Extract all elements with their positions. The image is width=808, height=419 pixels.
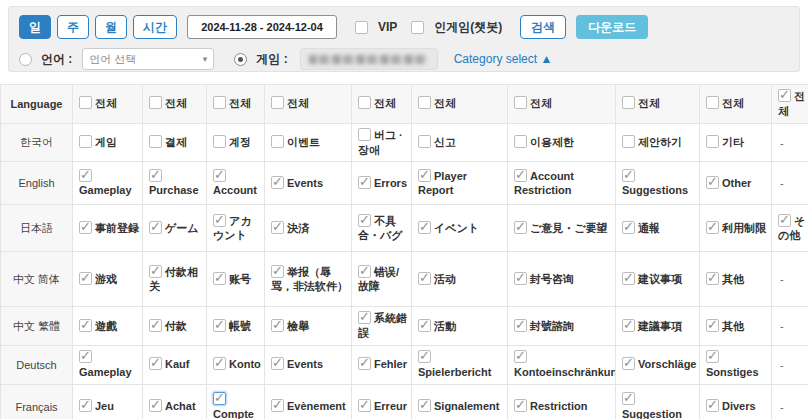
vip-checkbox[interactable]: [355, 21, 368, 34]
category-checkbox[interactable]: [79, 135, 92, 148]
category-checkbox[interactable]: [213, 214, 226, 227]
language-select-value: 언어 선택: [89, 52, 136, 67]
category-checkbox[interactable]: [271, 399, 284, 412]
category-checkbox[interactable]: [706, 96, 719, 109]
category-checkbox[interactable]: [514, 221, 527, 234]
category-checkbox[interactable]: [706, 272, 719, 285]
category-checkbox[interactable]: [79, 350, 92, 363]
category-checkbox[interactable]: [418, 135, 431, 148]
category-checkbox[interactable]: [706, 319, 719, 332]
empty-cell: -: [772, 307, 808, 346]
category-label: Divers: [722, 400, 756, 412]
category-checkbox[interactable]: [622, 96, 635, 109]
category-select-link[interactable]: Category select ▲: [454, 52, 553, 66]
language-radio[interactable]: [19, 53, 32, 66]
category-checkbox[interactable]: [213, 169, 226, 182]
category-checkbox[interactable]: [514, 135, 527, 148]
category-checkbox[interactable]: [622, 392, 635, 405]
category-checkbox[interactable]: [271, 357, 284, 370]
category-checkbox[interactable]: [79, 96, 92, 109]
category-checkbox[interactable]: [706, 176, 719, 189]
empty-cell: -: [772, 123, 808, 162]
period-button-month[interactable]: 월: [95, 15, 127, 39]
select-all-label: 전체: [638, 97, 660, 109]
category-checkbox[interactable]: [418, 96, 431, 109]
search-button[interactable]: 검색: [520, 15, 566, 39]
category-label: 遊戲: [95, 320, 117, 332]
category-checkbox[interactable]: [622, 319, 635, 332]
category-checkbox[interactable]: [213, 96, 226, 109]
category-checkbox[interactable]: [778, 89, 791, 102]
category-checkbox[interactable]: [358, 265, 371, 278]
category-checkbox[interactable]: [149, 319, 162, 332]
period-button-hour[interactable]: 시간: [133, 15, 177, 39]
ingame-chatbot-checkbox[interactable]: [411, 21, 424, 34]
category-checkbox[interactable]: [271, 221, 284, 234]
game-name-field[interactable]: [300, 48, 438, 70]
category-checkbox[interactable]: [149, 96, 162, 109]
category-checkbox[interactable]: [149, 399, 162, 412]
category-checkbox[interactable]: [358, 96, 371, 109]
category-checkbox[interactable]: [622, 135, 635, 148]
category-checkbox[interactable]: [418, 272, 431, 285]
category-checkbox[interactable]: [358, 357, 371, 370]
category-label: Account: [213, 184, 257, 196]
period-button-week[interactable]: 주: [57, 15, 89, 39]
category-checkbox[interactable]: [213, 272, 226, 285]
category-checkbox[interactable]: [706, 135, 719, 148]
category-checkbox[interactable]: [622, 169, 635, 182]
category-checkbox[interactable]: [358, 311, 371, 324]
category-checkbox[interactable]: [271, 265, 284, 278]
category-checkbox[interactable]: [213, 392, 226, 405]
category-checkbox[interactable]: [706, 399, 719, 412]
category-label: Events: [287, 358, 323, 370]
category-checkbox[interactable]: [622, 357, 635, 370]
category-checkbox[interactable]: [149, 357, 162, 370]
category-checkbox[interactable]: [418, 221, 431, 234]
category-checkbox[interactable]: [706, 221, 719, 234]
category-checkbox[interactable]: [271, 176, 284, 189]
category-checkbox[interactable]: [778, 214, 791, 227]
category-checkbox[interactable]: [358, 214, 371, 227]
category-checkbox[interactable]: [514, 169, 527, 182]
category-checkbox[interactable]: [79, 399, 92, 412]
category-checkbox[interactable]: [622, 221, 635, 234]
category-checkbox[interactable]: [79, 272, 92, 285]
game-radio[interactable]: [234, 53, 247, 66]
category-checkbox[interactable]: [514, 272, 527, 285]
category-checkbox[interactable]: [79, 221, 92, 234]
date-range-input[interactable]: [187, 15, 337, 39]
category-checkbox[interactable]: [622, 272, 635, 285]
category-cell: Other: [700, 162, 772, 205]
category-checkbox[interactable]: [514, 96, 527, 109]
category-cell: Konto: [207, 346, 265, 385]
category-checkbox[interactable]: [358, 399, 371, 412]
category-cell: Events: [265, 346, 352, 385]
category-checkbox[interactable]: [514, 350, 527, 363]
category-checkbox[interactable]: [149, 265, 162, 278]
category-cell: 帳號: [207, 307, 265, 346]
category-checkbox[interactable]: [418, 169, 431, 182]
category-checkbox[interactable]: [418, 319, 431, 332]
category-checkbox[interactable]: [149, 135, 162, 148]
category-checkbox[interactable]: [418, 399, 431, 412]
category-checkbox[interactable]: [149, 169, 162, 182]
language-select[interactable]: 언어 선택 ▾: [82, 48, 214, 70]
category-checkbox[interactable]: [514, 319, 527, 332]
category-checkbox[interactable]: [418, 350, 431, 363]
category-checkbox[interactable]: [271, 319, 284, 332]
category-checkbox[interactable]: [213, 319, 226, 332]
category-checkbox[interactable]: [213, 135, 226, 148]
category-checkbox[interactable]: [271, 135, 284, 148]
download-button[interactable]: 다운로드: [576, 15, 648, 39]
period-button-day[interactable]: 일: [19, 15, 51, 39]
category-checkbox[interactable]: [358, 176, 371, 189]
category-checkbox[interactable]: [79, 319, 92, 332]
category-checkbox[interactable]: [358, 128, 371, 141]
category-checkbox[interactable]: [271, 96, 284, 109]
category-checkbox[interactable]: [149, 221, 162, 234]
category-checkbox[interactable]: [706, 350, 719, 363]
category-checkbox[interactable]: [213, 357, 226, 370]
category-checkbox[interactable]: [79, 169, 92, 182]
category-checkbox[interactable]: [514, 399, 527, 412]
